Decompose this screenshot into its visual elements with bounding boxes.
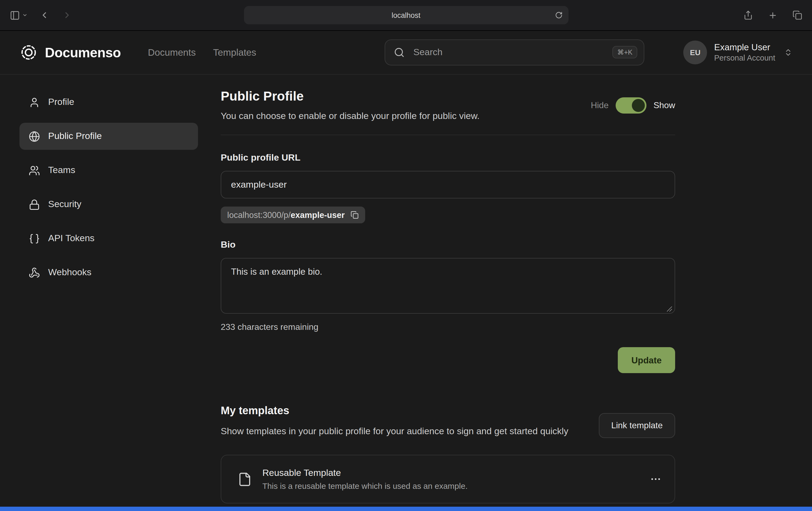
users-icon bbox=[29, 164, 40, 176]
sidebar-item-api-tokens[interactable]: API Tokens bbox=[20, 225, 198, 252]
search-input[interactable] bbox=[385, 39, 644, 65]
page-title: Public Profile bbox=[221, 89, 480, 104]
template-name: Reusable Template bbox=[262, 468, 468, 479]
user-menu[interactable]: EU Example User Personal Account bbox=[683, 40, 792, 64]
user-name: Example User bbox=[714, 42, 775, 53]
sidebar-item-profile[interactable]: Profile bbox=[20, 89, 198, 116]
search-shortcut-hint: ⌘+K bbox=[612, 46, 637, 58]
documenso-seal-icon bbox=[20, 43, 38, 62]
browser-sidebar-chevron-down-icon[interactable] bbox=[22, 12, 28, 18]
tabs-overview-icon[interactable] bbox=[792, 10, 802, 20]
sidebar-item-label: Public Profile bbox=[48, 131, 102, 142]
file-icon bbox=[237, 472, 252, 487]
show-label: Show bbox=[654, 100, 675, 110]
sidebar-item-label: Security bbox=[48, 199, 81, 210]
sidebar-item-label: API Tokens bbox=[48, 233, 94, 244]
user-icon bbox=[29, 96, 40, 108]
sidebar-item-webhooks[interactable]: Webhooks bbox=[20, 259, 198, 286]
refresh-icon[interactable] bbox=[555, 11, 562, 19]
my-templates-title: My templates bbox=[221, 404, 594, 417]
sidebar-item-label: Teams bbox=[48, 165, 75, 176]
main-content: Public Profile You can choose to enable … bbox=[221, 89, 675, 504]
link-template-button[interactable]: Link template bbox=[599, 413, 675, 438]
chevrons-up-down-icon bbox=[784, 48, 792, 57]
my-templates-section: My templates Show templates in your publ… bbox=[221, 404, 675, 504]
bio-textarea[interactable]: This is an example bio. bbox=[221, 258, 675, 313]
new-tab-icon[interactable] bbox=[768, 10, 777, 20]
avatar: EU bbox=[683, 40, 707, 64]
webhook-icon bbox=[29, 267, 40, 278]
public-profile-url-label: Public profile URL bbox=[221, 152, 675, 163]
profile-url-preview: localhost:3000/p/example-user bbox=[221, 207, 365, 223]
app-header: Documenso Documents Templates ⌘+K EU Exa… bbox=[0, 31, 812, 74]
sidebar-item-public-profile[interactable]: Public Profile bbox=[20, 123, 198, 150]
lock-icon bbox=[29, 199, 40, 210]
resize-grip-icon[interactable] bbox=[666, 306, 672, 312]
user-account-type: Personal Account bbox=[714, 53, 775, 63]
settings-sidebar: Profile Public Profile Teams bbox=[20, 89, 198, 504]
copy-icon[interactable] bbox=[351, 211, 359, 219]
screen: localhost bbox=[0, 0, 812, 511]
globe-icon bbox=[29, 130, 40, 142]
profile-visibility-control: Hide Show bbox=[591, 97, 675, 113]
nav-templates[interactable]: Templates bbox=[213, 47, 256, 58]
browser-address-bar[interactable]: localhost bbox=[244, 6, 568, 24]
braces-icon bbox=[29, 233, 40, 244]
public-profile-url-input[interactable] bbox=[221, 171, 675, 199]
my-templates-subtitle: Show templates in your public profile fo… bbox=[221, 424, 594, 439]
switch-knob bbox=[632, 99, 645, 112]
browser-toolbar: localhost bbox=[0, 0, 812, 31]
sidebar-item-label: Profile bbox=[48, 97, 74, 108]
page-subtitle: You can choose to enable or disable your… bbox=[221, 111, 480, 122]
browser-back-icon[interactable] bbox=[39, 10, 49, 20]
profile-url-slug: example-user bbox=[290, 210, 345, 220]
share-icon[interactable] bbox=[743, 10, 753, 20]
sidebar-item-security[interactable]: Security bbox=[20, 191, 198, 218]
profile-visibility-switch[interactable] bbox=[616, 97, 646, 113]
update-button[interactable]: Update bbox=[618, 347, 675, 373]
ellipsis-icon[interactable] bbox=[650, 474, 662, 485]
template-description: This is a reusable template which is use… bbox=[262, 482, 468, 491]
global-search: ⌘+K bbox=[385, 39, 644, 65]
bio-label: Bio bbox=[221, 240, 675, 250]
main-nav: Documents Templates bbox=[148, 47, 256, 58]
template-list-item[interactable]: Reusable Template This is a reusable tem… bbox=[221, 455, 675, 504]
profile-url-prefix: localhost:3000/p/ bbox=[227, 210, 290, 220]
browser-forward-icon bbox=[62, 10, 72, 20]
sidebar-item-teams[interactable]: Teams bbox=[20, 157, 198, 184]
brand-logo[interactable]: Documenso bbox=[20, 43, 121, 62]
brand-name: Documenso bbox=[45, 44, 121, 60]
bottom-accent-bar bbox=[0, 507, 812, 511]
nav-documents[interactable]: Documents bbox=[148, 47, 196, 58]
browser-url-text: localhost bbox=[392, 11, 420, 19]
section-divider bbox=[221, 134, 675, 135]
hide-label: Hide bbox=[591, 100, 609, 110]
browser-sidebar-toggle-icon[interactable] bbox=[10, 10, 20, 20]
sidebar-item-label: Webhooks bbox=[48, 267, 91, 278]
characters-remaining: 233 characters remaining bbox=[221, 322, 675, 332]
